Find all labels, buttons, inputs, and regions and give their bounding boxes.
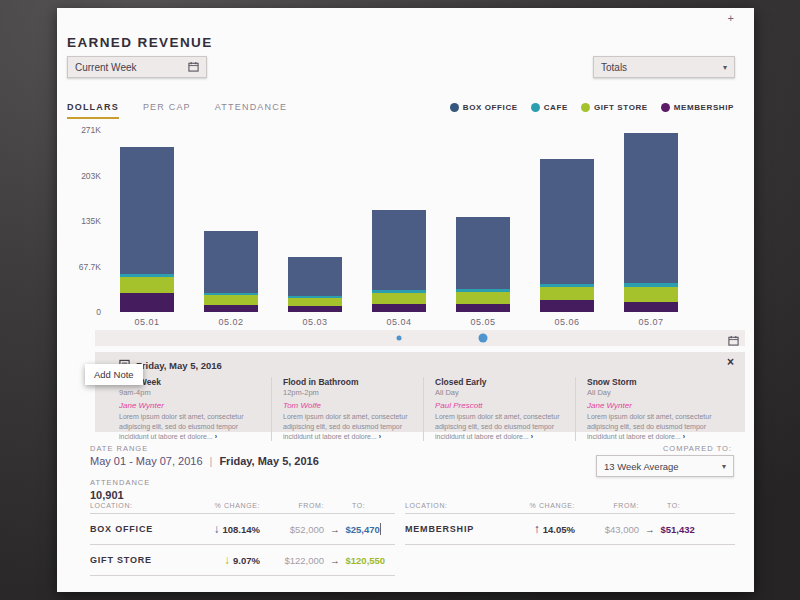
bar-segment-gift-store: [204, 295, 258, 305]
right-arrow-icon: →: [330, 555, 340, 566]
date-range-values: May 01 - May 07, 2016|Friday, May 5, 201…: [90, 455, 319, 467]
bar-segment-box-office: [456, 217, 510, 289]
note-item[interactable]: This Week9am-4pmJane WynterLorem ipsum d…: [119, 377, 271, 441]
x-tick-05.01: 05.01: [105, 317, 189, 327]
note-body: Lorem ipsum dolor sit amet, consectetur …: [435, 412, 563, 441]
date-range-label: DATE RANGE: [90, 444, 148, 453]
bar-segment-gift-store: [120, 277, 174, 293]
y-tick: 0: [96, 307, 101, 317]
comparison-table-right: LOCATION: % CHANGE: FROM:TO: MEMBERSHIP↑…: [405, 502, 735, 545]
timeline-note-dot[interactable]: [479, 334, 488, 343]
legend-label: MEMBERSHIP: [674, 103, 734, 112]
timeline-strip: [95, 330, 745, 346]
header-change: % CHANGE:: [182, 502, 260, 509]
note-item[interactable]: Flood in Bathroom12pm-2pmTom WolfeLorem …: [271, 377, 423, 441]
bar-05.06[interactable]: [525, 130, 609, 312]
note-more-icon[interactable]: ›: [683, 433, 685, 440]
table-row-membership[interactable]: MEMBERSHIP↑14.05%$43,000→$51,432: [405, 514, 735, 545]
bar-05.02[interactable]: [189, 130, 273, 312]
note-more-icon[interactable]: ›: [531, 433, 533, 440]
note-author: Paul Prescott: [435, 401, 563, 410]
bar-05.07[interactable]: [609, 130, 693, 312]
legend-label: CAFE: [544, 103, 568, 112]
add-note-button[interactable]: Add Note: [85, 364, 143, 385]
bar-05.04[interactable]: [357, 130, 441, 312]
note-time: 12pm-2pm: [283, 388, 411, 397]
box-office-dot-icon: [450, 103, 459, 112]
location-cell: GIFT STORE: [90, 555, 182, 565]
timeline-note-dot[interactable]: [397, 336, 402, 341]
change-cell: ↓108.14%: [182, 522, 260, 536]
note-author: Jane Wynter: [587, 401, 715, 410]
change-value: 9.07%: [233, 555, 260, 566]
bar-05.03[interactable]: [273, 130, 357, 312]
table-row-gift-store[interactable]: GIFT STORE↓9.07%$122,000→$120,550: [90, 545, 395, 576]
totals-select[interactable]: Totals ▾: [593, 56, 735, 78]
x-tick-05.04: 05.04: [357, 317, 441, 327]
header-from: FROM:: [268, 502, 324, 509]
bar-segment-membership: [204, 305, 258, 312]
x-tick-05.06: 05.06: [525, 317, 609, 327]
legend-item-membership[interactable]: MEMBERSHIP: [661, 103, 734, 112]
bar-segment-membership: [624, 302, 678, 312]
attendance-value: 10,901: [90, 489, 124, 501]
x-tick-05.03: 05.03: [273, 317, 357, 327]
arrow-down-icon: ↓: [213, 522, 219, 536]
tabs: DOLLARSPER CAPATTENDANCE: [67, 102, 287, 119]
table-left-rows: BOX OFFICE↓108.14%$52,000→$25,470GIFT ST…: [90, 514, 395, 576]
legend-item-gift-store[interactable]: GIFT STORE: [581, 103, 648, 112]
note-more-icon[interactable]: ›: [379, 433, 381, 440]
note-item[interactable]: Snow StormAll DayJane WynterLorem ipsum …: [575, 377, 727, 441]
header-location: LOCATION:: [405, 502, 497, 509]
close-icon[interactable]: ×: [727, 355, 734, 369]
chevron-up-icon[interactable]: [380, 523, 381, 535]
bar-segment-gift-store: [288, 298, 342, 306]
add-icon[interactable]: +: [728, 12, 734, 24]
note-title: Flood in Bathroom: [283, 377, 411, 387]
compared-to-value: 13 Week Average: [604, 461, 679, 472]
tab-per-cap[interactable]: PER CAP: [143, 102, 191, 119]
from-to-cell: $122,000→$120,550: [260, 555, 385, 566]
stacked-bar: [372, 210, 426, 312]
y-tick: 271K: [81, 125, 101, 135]
date-range-value[interactable]: May 01 - May 07, 2016: [90, 455, 203, 467]
x-tick-05.02: 05.02: [189, 317, 273, 327]
bar-05.01[interactable]: [105, 130, 189, 312]
notes-list: This Week9am-4pmJane WynterLorem ipsum d…: [119, 377, 727, 441]
bar-segment-box-office: [372, 210, 426, 290]
y-tick: 67.7K: [79, 262, 101, 272]
note-body: Lorem ipsum dolor sit amet, consectetur …: [119, 412, 259, 441]
header-to: TO:: [667, 502, 680, 509]
expand-cell[interactable]: [380, 524, 396, 535]
bar-05.05[interactable]: [441, 130, 525, 312]
location-cell: BOX OFFICE: [90, 524, 182, 534]
table-row-box-office[interactable]: BOX OFFICE↓108.14%$52,000→$25,470: [90, 514, 395, 545]
tab-dollars[interactable]: DOLLARS: [67, 102, 119, 119]
legend-item-cafe[interactable]: CAFE: [531, 103, 568, 112]
right-arrow-icon: →: [645, 524, 655, 535]
from-value: $43,000: [583, 524, 639, 535]
chevron-down-icon: ▾: [723, 63, 727, 72]
calendar-icon: [188, 61, 199, 74]
notes-date: Friday, May 5, 2016: [136, 360, 222, 371]
bar-segment-membership: [456, 304, 510, 312]
bar-segment-box-office: [540, 159, 594, 284]
location-cell: MEMBERSHIP: [405, 524, 497, 534]
bar-segment-box-office: [120, 147, 174, 275]
comparison-table-left: LOCATION: % CHANGE: FROM:TO: BOX OFFICE↓…: [90, 502, 395, 576]
tab-attendance[interactable]: ATTENDANCE: [215, 102, 287, 119]
change-cell: ↑14.05%: [497, 522, 575, 536]
legend-item-box-office[interactable]: BOX OFFICE: [450, 103, 518, 112]
note-item[interactable]: Closed EarlyAll DayPaul PrescottLorem ip…: [423, 377, 575, 441]
legend-label: BOX OFFICE: [463, 103, 518, 112]
note-more-icon[interactable]: ›: [215, 433, 217, 440]
note-body: Lorem ipsum dolor sit amet, consectetur …: [587, 412, 715, 441]
note-time: All Day: [587, 388, 715, 397]
selected-day-value[interactable]: Friday, May 5, 2016: [219, 455, 318, 467]
bar-segment-membership: [120, 293, 174, 312]
compared-to-select[interactable]: 13 Week Average ▾: [596, 455, 734, 477]
earned-revenue-panel: + EARNED REVENUE Current Week Totals ▾ D…: [57, 8, 754, 592]
period-select[interactable]: Current Week: [67, 56, 207, 78]
note-title: Snow Storm: [587, 377, 715, 387]
calendar-icon[interactable]: [728, 332, 739, 350]
